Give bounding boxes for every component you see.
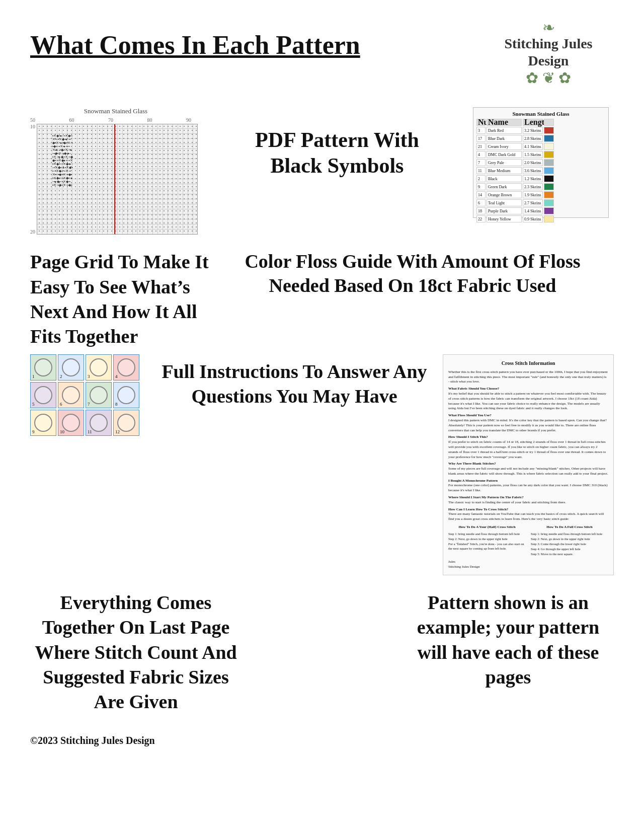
thumb-img: 9 bbox=[31, 410, 56, 435]
floss-row: 4 DMC Dark Gold 1.5 Skeins bbox=[476, 151, 605, 158]
cs-half-title: How To Do A Your (Half) Cross Stitch bbox=[448, 525, 526, 530]
floss-name: Blue Dark bbox=[487, 135, 522, 142]
floss-len: 4.1 Skeins bbox=[523, 143, 543, 150]
thumb-img: 1 bbox=[31, 355, 56, 380]
floss-row: 22 Honey Yellow 0.9 Skeins bbox=[476, 215, 605, 222]
floss-row: 14 Orange Brown 1.9 Skeins bbox=[476, 191, 605, 198]
footer: ©2023 Stitching Jules Design bbox=[30, 735, 614, 746]
floss-name: Black bbox=[487, 175, 522, 182]
floss-num: 4 bbox=[476, 151, 486, 158]
floss-len: 1.2 Skeins bbox=[523, 175, 543, 182]
cs-stitch: How Should I Stitch This? If you prefer … bbox=[448, 435, 608, 460]
floss-swatch bbox=[544, 215, 554, 222]
thumb-number: 12 bbox=[115, 429, 120, 434]
cs-mono-heading: I Bought A Monochrome Pattern bbox=[448, 479, 608, 484]
cs-mono: I Bought A Monochrome Pattern For monoch… bbox=[448, 479, 608, 493]
thumb-circle bbox=[117, 386, 135, 404]
floss-name: Purple Dark bbox=[487, 207, 522, 214]
grid-numbers-top: 5060708090 bbox=[30, 117, 191, 123]
floss-num: 11 bbox=[476, 167, 486, 174]
floss-num: 14 bbox=[476, 191, 486, 198]
logo-ornament-bottom: ✿ ❦ ✿ bbox=[483, 69, 614, 87]
floss-len: 2.3 Skeins bbox=[523, 183, 543, 190]
thumb-img: 3 bbox=[86, 355, 111, 380]
floss-num: 22 bbox=[476, 215, 486, 222]
floss-swatch bbox=[544, 135, 554, 142]
cs-center-heading: Where Should I Start My Pattern On The F… bbox=[448, 495, 608, 500]
floss-len: 3.2 Skeins bbox=[523, 127, 543, 134]
floss-row: 6 Teal Light 2.7 Skeins bbox=[476, 199, 605, 206]
floss-table-area: Snowman Stained Glass Num Name Length 3 … bbox=[473, 107, 614, 218]
everything-text: Everything Comes Together On Last Page W… bbox=[30, 590, 242, 715]
cs-half-col: How To Do A Your (Half) Cross Stitch Ste… bbox=[448, 525, 526, 557]
thumb-circle bbox=[34, 386, 52, 404]
cs-how-to: How To Do A Your (Half) Cross Stitch Ste… bbox=[448, 525, 608, 557]
cs-full-step5: Step 5: Move to the next square. bbox=[531, 552, 608, 556]
floss-swatch bbox=[544, 175, 554, 182]
floss-table-title: Snowman Stained Glass bbox=[476, 111, 605, 117]
thumb-grid: 1 2 3 4 5 6 bbox=[30, 354, 146, 436]
thumbnail-cell: 8 bbox=[113, 382, 139, 408]
thumbnail-cell: 6 bbox=[58, 382, 84, 408]
thumbnail-cell: 5 bbox=[30, 382, 56, 408]
cs-intro-text: Whether this is the first cross stitch p… bbox=[448, 370, 608, 384]
thumbnail-cell: 2 bbox=[58, 354, 84, 381]
thumb-img: 5 bbox=[31, 383, 56, 408]
thumbnail-cell: 11 bbox=[86, 410, 112, 436]
floss-guide-text: Color Floss Guide With Amount Of Floss N… bbox=[211, 240, 614, 297]
thumb-number: 7 bbox=[88, 402, 90, 407]
thumb-img: 6 bbox=[58, 383, 84, 408]
floss-header-len: Length bbox=[523, 119, 543, 126]
cs-full-step4: Step 4: Go through the upper left hole bbox=[531, 547, 608, 551]
floss-table-mock: Snowman Stained Glass Num Name Length 3 … bbox=[473, 107, 609, 218]
pattern-image-label: Snowman Stained Glass bbox=[30, 107, 201, 115]
red-center-line bbox=[114, 124, 115, 234]
floss-name: Cream Ivory bbox=[487, 143, 522, 150]
page-header: What Comes In Each Pattern ❧ Stitching J… bbox=[30, 20, 614, 87]
thumb-number: 9 bbox=[32, 429, 35, 434]
floss-num: 9 bbox=[476, 183, 486, 190]
pattern-symbols: ▪✕◆▪▸◦▪✕◆▪◦ ✕▪◦▪✕◆▪▸◦▪◦ ◆▪✕◦▸▪◆▪✕◦▪ ▪◆▪◦… bbox=[52, 134, 73, 187]
pattern-example-text: Pattern shown is an example; your patter… bbox=[403, 590, 614, 690]
floss-name: Dark Red bbox=[487, 127, 522, 134]
floss-name: DMC Dark Gold bbox=[487, 151, 522, 158]
grid-inner: ▪✕◆▪▸◦▪✕◆▪◦ ✕▪◦▪✕◆▪▸◦▪◦ ◆▪✕◦▸▪◆▪✕◦▪ ▪◆▪◦… bbox=[37, 124, 197, 234]
cs-stitch-text: If you prefer to stitch on fabric counts… bbox=[448, 440, 606, 459]
copyright-text: ©2023 Stitching Jules Design bbox=[30, 735, 155, 746]
page-grid-label: Page Grid To Make It Easy To See What’s … bbox=[30, 240, 211, 349]
floss-num: 3 bbox=[476, 127, 486, 134]
floss-row: 18 Purple Dark 1.4 Skeins bbox=[476, 207, 605, 214]
cs-floss-text: I designed this pattern with DMC in mind… bbox=[448, 418, 607, 432]
thumbnail-cell: 9 bbox=[30, 410, 56, 436]
floss-len: 2.8 Skeins bbox=[523, 135, 543, 142]
floss-swatch bbox=[544, 151, 554, 158]
thumb-number: 10 bbox=[60, 429, 64, 434]
thumb-number: 1 bbox=[32, 374, 35, 379]
thumb-number: 11 bbox=[88, 429, 92, 434]
bottom-section: Everything Comes Together On Last Page W… bbox=[30, 590, 614, 715]
floss-header-swatch bbox=[544, 119, 554, 126]
floss-len: 1.9 Skeins bbox=[523, 191, 543, 198]
floss-swatch bbox=[544, 191, 554, 198]
floss-num: 2 bbox=[476, 175, 486, 182]
floss-swatch bbox=[544, 143, 554, 150]
thumbnail-cell: 4 bbox=[113, 354, 139, 381]
cs-fabric: What Fabric Should You Choose? It's my b… bbox=[448, 387, 608, 411]
logo-ornament-top: ❧ bbox=[483, 20, 614, 35]
thumb-img: 2 bbox=[58, 355, 84, 380]
logo-text: Stitching Jules Design bbox=[483, 35, 614, 69]
floss-table-rows: 3 Dark Red 3.2 Skeins 17 Blue Dark 2.8 S… bbox=[476, 127, 605, 222]
floss-num: 18 bbox=[476, 207, 486, 214]
floss-row: 7 Grey Pale 2.0 Skeins bbox=[476, 159, 605, 166]
row1: Snowman Stained Glass 5060708090 10 20 ▪… bbox=[30, 107, 614, 235]
thumb-img: 12 bbox=[114, 410, 139, 435]
floss-swatch bbox=[544, 127, 554, 134]
cross-stitch-info: Cross Stitch Information Whether this is… bbox=[443, 354, 614, 575]
floss-len: 2.7 Skeins bbox=[523, 199, 543, 206]
cs-full-title: How To Do A Full Cross Stitch bbox=[531, 525, 608, 530]
thumbnail-cell: 3 bbox=[86, 354, 112, 381]
thumb-img: 11 bbox=[86, 410, 111, 435]
thumb-img: 4 bbox=[114, 355, 139, 380]
floss-row: 21 Cream Ivory 4.1 Skeins bbox=[476, 143, 605, 150]
thumb-number: 4 bbox=[115, 374, 118, 379]
